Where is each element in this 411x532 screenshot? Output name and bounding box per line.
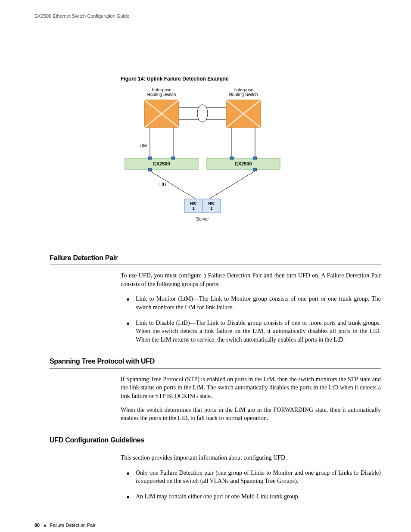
body-text: If Spanning Tree Protocol (STP) is enabl… bbox=[121, 375, 381, 401]
svg-text:Routing Switch: Routing Switch bbox=[147, 92, 176, 97]
running-header: EX2500 Ethernet Switch Configuration Gui… bbox=[34, 13, 381, 19]
svg-text:EX2500: EX2500 bbox=[153, 161, 170, 166]
svg-text:Enterprise: Enterprise bbox=[234, 87, 253, 92]
heading-ufd-guidelines: UFD Configuration Guidelines bbox=[50, 436, 381, 447]
list-item: Link to Monitor (LtM)—The Link to Monito… bbox=[131, 295, 381, 311]
svg-rect-19 bbox=[230, 157, 234, 159]
footer-separator-icon: ■ bbox=[41, 523, 48, 528]
page-number: 80 bbox=[34, 523, 40, 528]
bullet-list: Only one Failure Detection pair (one gro… bbox=[121, 469, 381, 501]
figure-diagram: Enterprise Routing Switch Enterprise Rou… bbox=[121, 87, 381, 236]
heading-failure-detection-pair: Failure Detection Pair bbox=[50, 253, 381, 265]
svg-text:LtM: LtM bbox=[140, 143, 147, 148]
footer-section-name: Failure Detection Pair bbox=[50, 523, 96, 528]
body-text: When the switch determines that ports in… bbox=[121, 406, 381, 423]
svg-text:NIC: NIC bbox=[208, 201, 215, 205]
svg-text:Routing Switch: Routing Switch bbox=[229, 92, 258, 97]
svg-text:Server: Server bbox=[196, 217, 209, 221]
list-item: Only one Failure Detection pair (one gro… bbox=[131, 469, 381, 485]
body-text: To use UFD, you must configure a Failure… bbox=[121, 271, 381, 288]
list-item: An LtM may contain either one port or on… bbox=[131, 492, 381, 501]
svg-rect-22 bbox=[148, 168, 152, 171]
svg-line-24 bbox=[150, 171, 196, 199]
list-item: Link to Disable (LtD)—The Link to Disabl… bbox=[131, 319, 381, 344]
svg-text:EX2500: EX2500 bbox=[235, 161, 252, 166]
svg-text:1: 1 bbox=[192, 206, 194, 211]
svg-rect-16 bbox=[171, 157, 175, 159]
body-text: This section provides important informat… bbox=[121, 454, 381, 462]
svg-text:2: 2 bbox=[210, 206, 212, 211]
figure-caption: Figure 14: Uplink Failure Detection Exam… bbox=[121, 75, 381, 83]
svg-point-8 bbox=[197, 105, 208, 122]
svg-text:Enterprise: Enterprise bbox=[152, 87, 171, 92]
svg-rect-23 bbox=[253, 168, 257, 171]
page-footer: 80 ■ Failure Detection Pair bbox=[34, 522, 381, 529]
svg-text:NIC: NIC bbox=[190, 201, 197, 205]
svg-rect-15 bbox=[148, 157, 152, 159]
heading-spanning-tree: Spanning Tree Protocol with UFD bbox=[50, 357, 381, 368]
bullet-list: Link to Monitor (LtM)—The Link to Monito… bbox=[121, 295, 381, 344]
svg-text:LtD: LtD bbox=[159, 182, 166, 187]
svg-line-25 bbox=[209, 171, 255, 199]
svg-rect-20 bbox=[253, 157, 257, 159]
